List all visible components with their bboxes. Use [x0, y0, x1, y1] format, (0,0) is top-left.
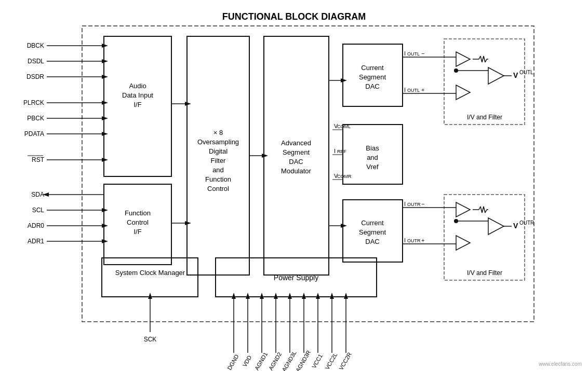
svg-line-61: [484, 56, 485, 62]
svg-text:SCK: SCK: [144, 336, 157, 343]
svg-text:OUTR: OUTR: [407, 202, 421, 207]
svg-text:DAC: DAC: [365, 238, 379, 245]
svg-text:Advanced: Advanced: [281, 139, 311, 147]
svg-text:PLRCK: PLRCK: [23, 99, 44, 106]
dbck-arrow: [102, 44, 108, 48]
svg-text:DSDL: DSDL: [28, 58, 44, 65]
svg-line-59: [480, 56, 482, 62]
diagram-title: FUNCTIONAL BLOCK DIAGRAM: [222, 11, 366, 22]
svg-text:AGND2: AGND2: [268, 351, 283, 371]
svg-text:PDATA: PDATA: [24, 130, 44, 138]
svg-line-69: [484, 207, 485, 213]
svg-line-62: [485, 59, 487, 62]
svg-text:Digital: Digital: [209, 147, 228, 155]
sck-arrow: [148, 293, 152, 299]
svg-text:OUTR: OUTR: [519, 220, 534, 226]
vdd-arrow: [246, 293, 250, 299]
amp-bot-2: [456, 236, 470, 250]
svg-text:COML: COML: [337, 124, 351, 129]
pdata-arrow: [102, 132, 108, 136]
svg-text:VCC2R: VCC2R: [338, 351, 353, 371]
svg-text:SDA: SDA: [31, 191, 44, 198]
svg-text:Current: Current: [361, 219, 384, 227]
svg-text:Oversampling: Oversampling: [197, 138, 239, 146]
func-to-over-arrow: [185, 221, 191, 225]
svg-text:Segment: Segment: [283, 148, 310, 156]
svg-text:VDD: VDD: [242, 354, 253, 368]
svg-line-67: [480, 207, 482, 213]
svg-text:I/F: I/F: [133, 101, 141, 108]
agnd3r-arrow: [302, 293, 306, 299]
svg-text:Filter: Filter: [211, 157, 226, 164]
svg-text:I/V and Filter: I/V and Filter: [467, 114, 502, 121]
svg-line-68: [482, 207, 484, 213]
svg-text:OUTL: OUTL: [519, 70, 533, 75]
svg-text:I: I: [404, 87, 406, 93]
amp-top-2: [456, 85, 470, 100]
svg-text:I/V and Filter: I/V and Filter: [467, 269, 502, 277]
svg-text:and: and: [367, 154, 378, 161]
dsdl-arrow: [102, 59, 108, 63]
vcc1-arrow: [316, 293, 320, 299]
svg-text:Segment: Segment: [359, 73, 386, 81]
vcc2r-arrow: [344, 293, 348, 299]
functional-block-diagram: FUNCTIONAL BLOCK DIAGRAM Audio Data Inpu…: [0, 0, 588, 371]
svg-text:Function: Function: [205, 175, 231, 183]
svg-text:I/F: I/F: [133, 228, 141, 236]
watermark: www.elecfans.com: [538, 361, 582, 367]
svg-text:AGND3R: AGND3R: [295, 349, 312, 371]
agnd2-arrow: [274, 293, 278, 299]
svg-text:DBCK: DBCK: [27, 42, 44, 49]
svg-text:Bias: Bias: [366, 144, 379, 152]
svg-text:× 8: × 8: [213, 129, 223, 136]
oversampling-block: [187, 36, 249, 275]
svg-text:SCL: SCL: [32, 207, 45, 214]
vcc2l-arrow: [330, 293, 334, 299]
svg-text:DSDR: DSDR: [26, 73, 44, 80]
svg-text:System Clock Manager: System Clock Manager: [115, 269, 185, 277]
agnd3l-arrow: [288, 293, 292, 299]
dsdr-arrow: [102, 75, 108, 79]
svg-line-70: [485, 210, 487, 213]
svg-text:and: and: [212, 166, 224, 174]
plrck-arrow: [102, 101, 108, 105]
adr0-arrow: [102, 224, 108, 228]
svg-text:+: +: [421, 237, 424, 243]
svg-text:Modulator: Modulator: [281, 167, 311, 175]
svg-text:OUTL: OUTL: [407, 51, 420, 57]
svg-text:V: V: [513, 71, 518, 79]
audio-data-input-label: Audio: [129, 82, 146, 90]
svg-text:Data Input: Data Input: [122, 91, 153, 99]
svg-text:Current: Current: [361, 64, 384, 72]
system-clock-block: [102, 258, 198, 297]
dgnd-arrow: [232, 293, 236, 299]
svg-text:I: I: [404, 237, 406, 243]
svg-text:+: +: [421, 87, 424, 93]
diagram-container: FUNCTIONAL BLOCK DIAGRAM Audio Data Inpu…: [0, 0, 588, 371]
amp-bot-out: [488, 218, 504, 235]
svg-text:AGND1: AGND1: [253, 351, 269, 371]
svg-text:I: I: [404, 50, 406, 57]
svg-text:I: I: [404, 201, 406, 207]
amp-top-out: [488, 67, 504, 84]
svg-text:−: −: [421, 201, 424, 207]
svg-text:AGND3L: AGND3L: [280, 350, 297, 371]
pbck-arrow: [102, 116, 108, 120]
scl-arrow: [102, 208, 108, 212]
rst-arrow: [102, 158, 108, 162]
audio-to-over-arrow: [185, 102, 191, 106]
svg-text:RST: RST: [32, 156, 45, 163]
svg-text:ADR0: ADR0: [28, 222, 44, 229]
adv-to-dac-bot-arrow: [341, 224, 347, 228]
svg-text:DAC: DAC: [365, 83, 379, 90]
over-to-adv-arrow: [262, 154, 268, 158]
svg-text:−: −: [421, 50, 424, 57]
svg-text:Vref: Vref: [366, 163, 379, 171]
svg-text:VCC2L: VCC2L: [324, 352, 338, 371]
adv-to-dac-top-arrow: [341, 78, 347, 83]
amp-bot-1: [456, 202, 470, 217]
svg-text:Power Supply: Power Supply: [274, 273, 318, 282]
svg-text:DGND: DGND: [226, 353, 240, 371]
svg-text:PBCK: PBCK: [27, 115, 44, 122]
svg-text:V: V: [513, 222, 518, 230]
